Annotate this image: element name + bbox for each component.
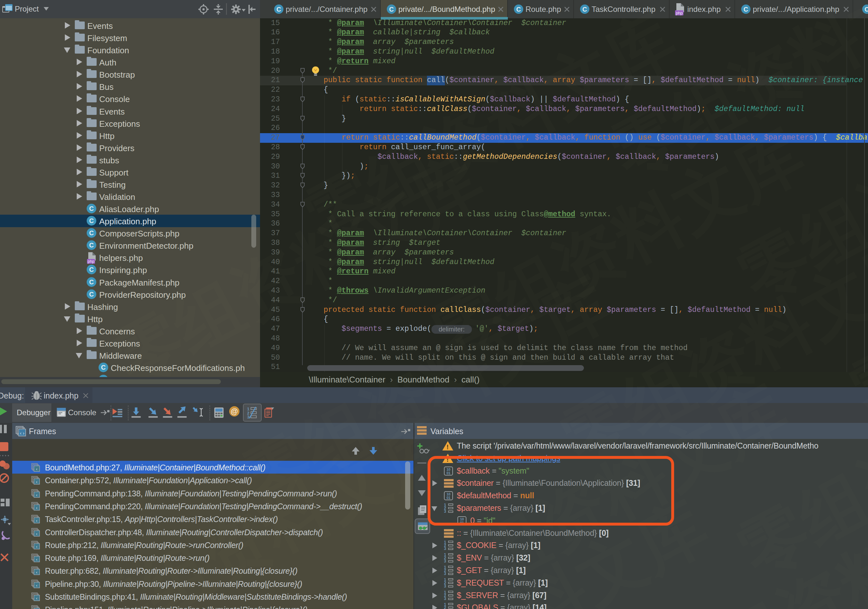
svg-text:‹: ‹ bbox=[36, 480, 38, 484]
svg-text:‹: ‹ bbox=[36, 558, 38, 562]
svg-text:‹: ‹ bbox=[36, 597, 38, 601]
svg-text:‹: ‹ bbox=[36, 506, 38, 510]
svg-text:‹: ‹ bbox=[36, 583, 38, 588]
svg-text:‹: ‹ bbox=[36, 519, 38, 523]
svg-text:php: php bbox=[676, 11, 683, 15]
svg-text:‹›: ‹› bbox=[19, 431, 25, 436]
svg-text:php: php bbox=[88, 259, 95, 264]
svg-text:‹: ‹ bbox=[36, 545, 38, 549]
svg-text:3: 3 bbox=[247, 414, 250, 419]
svg-text:‹: ‹ bbox=[36, 493, 38, 497]
svg-text:‹: ‹ bbox=[36, 570, 38, 575]
svg-text:‹: ‹ bbox=[36, 467, 38, 471]
svg-text:‹: ‹ bbox=[36, 532, 38, 536]
